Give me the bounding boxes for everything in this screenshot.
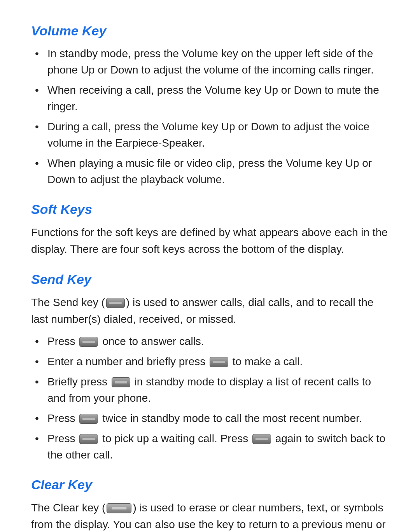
list-item: • When playing a music file or video cli…: [35, 155, 389, 188]
volume-key-section: Volume Key • In standby mode, press the …: [31, 23, 389, 188]
list-item: • In standby mode, press the Volume key …: [35, 46, 389, 78]
list-item: • Enter a number and briefly press to ma…: [35, 354, 389, 370]
send-key-intro: The Send key () is used to answer calls,…: [31, 294, 389, 328]
send-key-icon: [79, 337, 98, 347]
send-key-icon: [79, 414, 98, 424]
page-content: Volume Key • In standby mode, press the …: [31, 23, 389, 532]
list-item: • Press once to answer calls.: [35, 333, 389, 350]
clear-key-intro: The Clear key () is used to erase or cle…: [31, 499, 389, 532]
list-item: • Press to pick up a waiting call. Press…: [35, 430, 389, 463]
soft-keys-para: Functions for the soft keys are defined …: [31, 224, 389, 258]
clear-key-icon: [107, 503, 131, 513]
send-key-section: Send Key The Send key () is used to answ…: [31, 272, 389, 463]
list-item: • During a call, press the Volume key Up…: [35, 119, 389, 151]
bullet-dot: •: [35, 46, 46, 62]
send-key-icon: [210, 357, 228, 367]
clear-key-title: Clear Key: [31, 477, 389, 492]
clear-key-section: Clear Key The Clear key () is used to er…: [31, 477, 389, 532]
bullet-text: Press once to answer calls.: [47, 333, 389, 350]
volume-key-title: Volume Key: [31, 23, 389, 38]
soft-keys-section: Soft Keys Functions for the soft keys ar…: [31, 202, 389, 258]
list-item: • Press twice in standby mode to call th…: [35, 410, 389, 427]
bullet-text: In standby mode, press the Volume key on…: [47, 46, 389, 78]
bullet-text: During a call, press the Volume key Up o…: [47, 119, 389, 151]
send-key-icon: [112, 377, 130, 387]
bullet-dot: •: [35, 119, 46, 135]
bullet-dot: •: [35, 333, 46, 350]
soft-keys-title: Soft Keys: [31, 202, 389, 217]
bullet-dot: •: [35, 374, 46, 390]
bullet-text: Press to pick up a waiting call. Press a…: [47, 430, 389, 463]
send-key-title: Send Key: [31, 272, 389, 287]
list-item: • Briefly press in standby mode to displ…: [35, 374, 389, 406]
bullet-text: Press twice in standby mode to call the …: [47, 410, 389, 427]
bullet-dot: •: [35, 410, 46, 427]
bullet-text: Enter a number and briefly press to make…: [47, 354, 389, 370]
bullet-dot: •: [35, 430, 46, 447]
bullet-dot: •: [35, 82, 46, 98]
volume-key-bullets: • In standby mode, press the Volume key …: [35, 46, 389, 188]
bullet-text: When playing a music file or video clip,…: [47, 155, 389, 188]
send-key-bullets: • Press once to answer calls. • Enter a …: [35, 333, 389, 463]
list-item: • When receiving a call, press the Volum…: [35, 82, 389, 115]
bullet-text: Briefly press in standby mode to display…: [47, 374, 389, 406]
bullet-dot: •: [35, 155, 46, 172]
send-key-icon: [252, 434, 271, 444]
send-key-icon: [79, 434, 98, 444]
bullet-text: When receiving a call, press the Volume …: [47, 82, 389, 115]
send-key-icon: [106, 298, 125, 308]
bullet-dot: •: [35, 354, 46, 370]
